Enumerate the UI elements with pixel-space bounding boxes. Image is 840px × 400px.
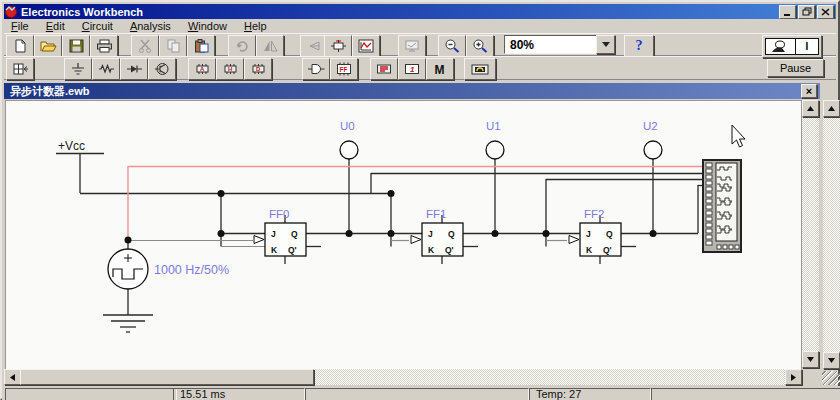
logic-analyzer[interactable] [703, 160, 741, 252]
miscellaneous-button[interactable]: M [426, 58, 454, 80]
restore-button[interactable] [798, 5, 815, 19]
app-title: Electronics Workbench [21, 6, 143, 18]
copy-button[interactable] [159, 35, 187, 57]
doc-scroll-down-button[interactable] [802, 351, 819, 368]
indicator-icon [375, 62, 393, 76]
vcc-label: +Vcc [58, 139, 85, 153]
power-switch[interactable]: I [762, 35, 822, 58]
menu-edit[interactable]: Edit [39, 19, 72, 33]
cut-button[interactable] [131, 35, 159, 57]
hscroll-thumb[interactable] [20, 369, 314, 385]
graph-icon [358, 39, 374, 53]
logic-gate-icon [307, 63, 325, 75]
power-off-icon [769, 40, 791, 53]
doc-vscrollbar[interactable] [802, 100, 819, 368]
save-floppy-icon [69, 39, 84, 53]
new-file-icon [12, 39, 28, 53]
minimize-button[interactable] [779, 5, 796, 19]
pin-qbar-label: Q' [603, 245, 612, 255]
probe-u2[interactable] [644, 141, 662, 159]
diodes-button[interactable] [120, 58, 148, 80]
menu-circuit[interactable]: Circuit [75, 19, 120, 33]
pin-q-label: Q [606, 229, 613, 239]
menu-analysis[interactable]: Analysis [123, 19, 178, 33]
transistors-button[interactable] [148, 58, 176, 80]
resize-grip[interactable] [822, 371, 840, 385]
pin-j-label: J [428, 229, 433, 239]
pin-k-label: K [271, 245, 278, 255]
flipflop-ff2[interactable]: J K Q Q' [569, 223, 621, 256]
pin-k-label: K [586, 245, 593, 255]
main-scroll-down-button[interactable] [823, 352, 840, 369]
zoom-in-icon [472, 39, 488, 53]
mixed-ic-icon: H [222, 62, 239, 76]
open-button[interactable] [34, 35, 62, 57]
flip-vertical-icon [307, 40, 321, 52]
subcircuit-button[interactable] [324, 35, 352, 57]
ff2-label: FF2 [584, 208, 604, 220]
scroll-right-button[interactable] [785, 369, 802, 385]
menu-window[interactable]: Window [181, 19, 234, 33]
new-button[interactable] [6, 35, 34, 57]
clock-source[interactable] [108, 249, 148, 289]
instruments-button[interactable] [464, 58, 496, 80]
controls-button[interactable]: 1 [398, 58, 426, 80]
diode-icon [126, 63, 143, 75]
rotate-icon [235, 39, 249, 53]
print-button[interactable] [90, 35, 118, 57]
mixed-ics-button[interactable]: H [216, 58, 244, 80]
svg-text:H: H [228, 66, 232, 72]
main-vscrollbar[interactable] [823, 100, 840, 369]
main-scroll-up-button[interactable] [823, 100, 840, 117]
sources-button[interactable] [64, 58, 92, 80]
analog-ics-button[interactable]: A [188, 58, 216, 80]
zoom-dropdown-button[interactable] [596, 35, 615, 54]
document-close-button[interactable]: × [801, 84, 817, 98]
doc-scroll-up-button[interactable] [802, 100, 819, 117]
misc-icon-label: M [435, 63, 445, 77]
zoom-in-button[interactable] [466, 35, 494, 57]
favorites-button[interactable] [6, 58, 34, 80]
hscrollbar[interactable] [4, 369, 802, 385]
power-off-side[interactable] [766, 39, 796, 54]
analysis-graph-button[interactable] [352, 35, 380, 57]
power-on-side[interactable]: I [796, 39, 818, 54]
scroll-left-button[interactable] [4, 369, 21, 385]
ground-source-icon [70, 62, 86, 76]
zoom-out-button[interactable] [438, 35, 466, 57]
digital-ics-button[interactable]: D [244, 58, 272, 80]
menu-file[interactable]: File [4, 19, 36, 33]
probe-u0[interactable] [340, 141, 358, 159]
wires-gray [128, 241, 567, 247]
resistor-icon [98, 63, 115, 75]
ff0-label: FF0 [269, 208, 289, 220]
paste-button[interactable] [187, 35, 215, 57]
flipflops-button[interactable]: FF [330, 58, 358, 80]
statusbar: 15.51 ms Temp: 27 [2, 386, 840, 400]
pause-button[interactable]: Pause [767, 59, 824, 77]
save-button[interactable] [62, 35, 90, 57]
pause-label: Pause [780, 62, 811, 74]
properties-icon [404, 39, 420, 53]
logic-gates-button[interactable] [302, 58, 330, 80]
probe-u1[interactable] [486, 141, 504, 159]
zoom-level-combobox[interactable]: 80% [504, 35, 616, 54]
probe-u0-label: U0 [340, 120, 355, 132]
flip-horizontal-icon [263, 40, 278, 52]
app-icon [4, 5, 18, 18]
status-time: 15.51 ms [173, 388, 305, 400]
scissors-icon [138, 39, 152, 53]
schematic-canvas[interactable]: 1000 Hz/50% +Vcc U0 U1 U2 J K Q Q' FF0 [5, 100, 802, 370]
flipflop-ff0[interactable]: J K Q Q' [254, 223, 306, 256]
basic-parts-button[interactable] [92, 58, 120, 80]
close-button[interactable] [817, 5, 834, 19]
flipflop-ff1[interactable]: J K Q Q' [411, 223, 463, 256]
printer-icon [96, 39, 113, 53]
rotate-button[interactable] [228, 35, 256, 57]
component-properties-button[interactable] [398, 35, 426, 57]
flip-horizontal-button[interactable] [256, 35, 284, 57]
help-button[interactable]: ? [624, 35, 654, 57]
chevron-down-icon [602, 42, 610, 51]
indicators-button[interactable] [370, 58, 398, 80]
menu-help[interactable]: Help [237, 19, 274, 33]
